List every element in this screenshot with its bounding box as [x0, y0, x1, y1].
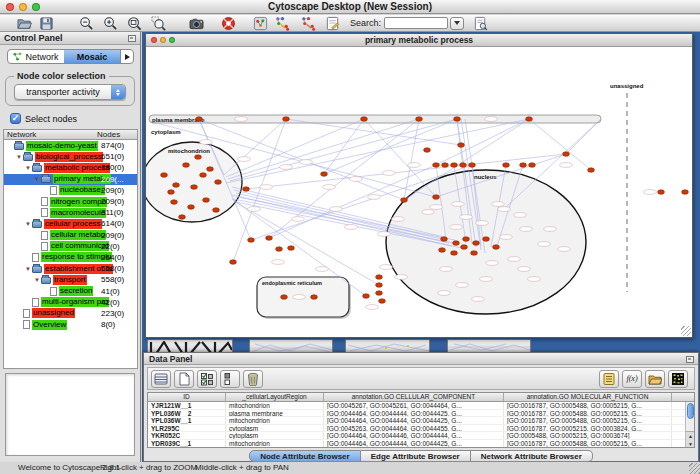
network-node[interactable]	[311, 295, 318, 300]
network-node[interactable]	[469, 163, 476, 168]
import-attributes-button[interactable]	[645, 370, 665, 388]
tree-row[interactable]: ▼transport558(0)	[4, 274, 137, 285]
app-titlebar[interactable]: Cytoscape Desktop (New Session)	[0, 0, 700, 14]
tab-mosaic[interactable]: Mosaic	[64, 50, 120, 63]
network-node[interactable]	[321, 172, 328, 177]
save-button[interactable]	[38, 15, 54, 31]
network-node[interactable]	[248, 238, 255, 243]
network-node[interactable]	[376, 291, 383, 296]
network-node[interactable]	[376, 283, 383, 288]
open-file-button[interactable]	[16, 15, 32, 31]
zoom-selected-button[interactable]	[150, 15, 166, 31]
network-node[interactable]	[529, 163, 536, 168]
search-dropdown-button[interactable]	[450, 17, 464, 30]
select-all-attributes-button[interactable]	[197, 370, 217, 388]
advanced-search-button[interactable]	[472, 15, 488, 31]
tree-row[interactable]: ▼establishment of lo558(0)	[4, 263, 137, 274]
network-node[interactable]	[451, 163, 458, 168]
table-row[interactable]: YPL036W__1mitochondrion[GO:0044464, GO:0…	[148, 417, 694, 425]
vizmapper-button[interactable]	[252, 15, 268, 31]
network-node[interactable]	[171, 200, 178, 205]
network-node[interactable]	[215, 180, 222, 185]
network-node[interactable]	[361, 117, 368, 122]
network-node[interactable]	[179, 215, 186, 220]
network-node[interactable]	[266, 236, 273, 241]
network-node[interactable]	[213, 208, 220, 213]
attribute-matrix-button[interactable]	[668, 370, 688, 388]
network-node[interactable]	[230, 260, 237, 265]
unselect-all-attributes-button[interactable]	[220, 370, 240, 388]
tab-network-attribute-browser[interactable]: Network Attribute Browser	[471, 450, 593, 462]
tree-row[interactable]: cell communicat22(0)	[4, 241, 137, 252]
network-node[interactable]	[433, 195, 440, 200]
network-node[interactable]	[463, 237, 470, 242]
snapshot-camera-button[interactable]	[188, 15, 204, 31]
tree-expand-icon[interactable]: ▼	[33, 276, 41, 284]
network-node[interactable]	[483, 237, 490, 242]
network-node[interactable]	[453, 241, 460, 246]
background-window-fragment[interactable]	[447, 339, 531, 353]
tree-row[interactable]: secretion41(0)	[4, 285, 137, 296]
attribute-select-button[interactable]	[151, 370, 171, 388]
table-row[interactable]: YJR121W__1mitochondrion[GO:0045267, GO:0…	[148, 402, 694, 410]
network-node[interactable]	[173, 183, 180, 188]
table-scrollbar[interactable]: ▲▼	[685, 402, 694, 447]
network-node[interactable]	[471, 251, 478, 256]
new-network-from-selection-button[interactable]	[274, 15, 290, 31]
network-node[interactable]	[454, 117, 461, 122]
network-node[interactable]	[433, 163, 440, 168]
table-row[interactable]: YLR295Ccytoplasm[GO:0045263, GO:0044464,…	[148, 425, 694, 433]
network-canvas[interactable]: plasma membrane cytoplasm mitochondrion …	[146, 47, 692, 337]
formula-builder-button[interactable]: f(x)	[622, 370, 642, 388]
select-nodes-checkbox[interactable]: ✓	[10, 113, 21, 124]
app-resize-grip[interactable]	[689, 463, 700, 474]
network-node[interactable]	[441, 237, 448, 242]
network-node[interactable]	[196, 117, 203, 122]
zoom-in-button[interactable]	[102, 15, 118, 31]
column-header[interactable]: annotation.GO CELLULAR_COMPONENT	[324, 393, 504, 401]
network-node[interactable]	[563, 152, 570, 157]
table-row[interactable]: YDR039C__1mitochondrion[GO:0044464, GO:0…	[148, 440, 694, 448]
tab-edge-attribute-browser[interactable]: Edge Attribute Browser	[361, 450, 471, 462]
tree-row[interactable]: nucleobase-209(0)	[4, 185, 137, 196]
tree-expand-icon[interactable]: ▼	[33, 175, 41, 183]
network-node[interactable]	[161, 173, 168, 178]
network-node[interactable]	[191, 185, 198, 190]
network-node[interactable]	[458, 143, 465, 148]
network-node[interactable]	[401, 198, 408, 203]
network-node[interactable]	[682, 190, 689, 195]
tree-expand-icon[interactable]: ▼	[24, 164, 32, 172]
network-node[interactable]	[195, 155, 202, 160]
tree-row[interactable]: ▼cellular process614(0)	[4, 218, 137, 229]
tab-overflow-button[interactable]	[120, 50, 133, 63]
tree-row[interactable]: ▼metabolic process280(0)	[4, 162, 137, 173]
network-node[interactable]	[520, 163, 527, 168]
tree-expand-icon[interactable]: ▼	[24, 220, 32, 228]
network-node[interactable]	[168, 190, 175, 195]
node-color-dropdown[interactable]: transporter activity	[14, 84, 126, 100]
table-row[interactable]: YPL036W__2plasma membrane[GO:0044464, GO…	[148, 410, 694, 418]
tree-row[interactable]: multi-organism pro42(0)	[4, 297, 137, 308]
float-panel-icon[interactable]	[128, 35, 136, 42]
scrollbar-thumb[interactable]	[687, 403, 694, 419]
window-resize-grip[interactable]	[681, 326, 691, 336]
background-window-fragment[interactable]	[345, 339, 430, 353]
background-window-fragment[interactable]	[249, 339, 333, 353]
annotation-button[interactable]	[324, 15, 340, 31]
new-attribute-button[interactable]	[174, 370, 194, 388]
tree-row[interactable]: response to stimulu264(0)	[4, 252, 137, 263]
tree-expand-icon[interactable]: ▼	[24, 265, 32, 273]
network-node[interactable]	[203, 198, 210, 203]
column-header[interactable]: annotation.GO MOLECULAR_FUNCTION	[504, 393, 672, 401]
delete-attribute-button[interactable]	[243, 370, 263, 388]
network-node[interactable]	[588, 168, 595, 173]
network-node[interactable]	[243, 187, 250, 192]
zoom-out-button[interactable]	[78, 15, 94, 31]
tree-header-network[interactable]: Network	[7, 130, 97, 139]
network-node[interactable]	[379, 299, 386, 304]
tree-row[interactable]: Overview8(0)	[4, 319, 137, 330]
attribute-list-button[interactable]	[599, 370, 619, 388]
network-node[interactable]	[416, 117, 423, 122]
tree-expand-icon[interactable]: ▼	[15, 153, 23, 161]
column-header[interactable]: _cellularLayoutRegion	[226, 393, 324, 401]
